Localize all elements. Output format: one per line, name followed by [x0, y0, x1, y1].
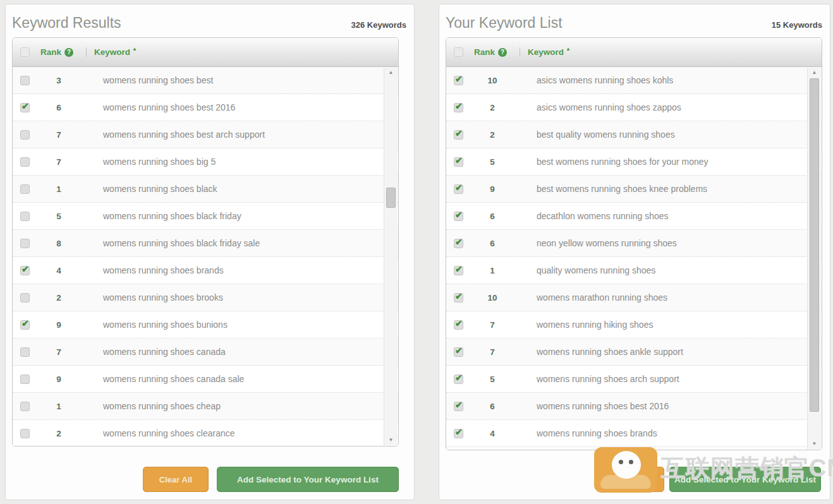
row-checkbox[interactable]: ✔: [454, 239, 463, 248]
keyword-text: womens running hiking shoes: [537, 320, 653, 330]
keyword-text: womens running shoes best 2016: [103, 102, 235, 112]
keyword-text: asics womens running shoes kohls: [537, 75, 673, 85]
row-checkbox[interactable]: [20, 375, 30, 384]
scroll-up-arrow[interactable]: ▲: [384, 68, 398, 78]
row-checkbox[interactable]: ✔: [454, 266, 463, 275]
table-row: ✔ 4 womens running shoes brands: [13, 257, 398, 284]
keyword-text: best womens running shoes knee problems: [537, 184, 707, 194]
row-checkbox[interactable]: ✔: [454, 184, 463, 194]
add-selected-button[interactable]: Add Selected to Your Keyword List: [669, 467, 821, 492]
table-row: 8 womens running shoes black friday sale: [13, 230, 398, 257]
rank-value: 3: [40, 76, 78, 85]
row-checkbox[interactable]: [20, 212, 30, 221]
row-checkbox[interactable]: ✔: [454, 375, 463, 384]
keyword-column-header[interactable]: Keyword ▲: [86, 47, 137, 57]
row-checkbox[interactable]: ✔: [454, 76, 463, 85]
rank-value: 2: [473, 103, 511, 112]
row-checkbox[interactable]: ✔: [20, 320, 30, 330]
row-checkbox[interactable]: ✔: [454, 429, 463, 438]
check-icon: ✔: [455, 237, 463, 247]
help-icon[interactable]: ?: [64, 48, 73, 57]
scroll-down-arrow[interactable]: ▼: [808, 439, 821, 449]
keyword-text: womens running shoes black friday: [103, 211, 241, 221]
keyword-text: womens running shoes big 5: [103, 157, 216, 167]
table-row: ✔ 6 womens running shoes best 2016: [446, 393, 822, 420]
rank-value: 7: [40, 130, 78, 140]
rank-value: 7: [40, 157, 78, 167]
rank-value: 6: [473, 239, 511, 248]
table-header: Rank ? Keyword ▲: [446, 38, 822, 67]
row-checkbox[interactable]: ✔: [454, 402, 463, 411]
keyword-text: best womens running shoes for your money: [537, 157, 708, 167]
row-checkbox[interactable]: [20, 293, 30, 303]
select-all-checkbox[interactable]: [454, 47, 463, 57]
table-row: ✔ 1 quality womens running shoes: [446, 257, 822, 284]
keyword-text: womens running shoes canada: [103, 347, 226, 357]
panel-footer: Clear All Add Selected to Your Keyword L…: [6, 467, 414, 493]
panel-header: Your Keyword List 15 Keywords: [439, 4, 830, 35]
add-selected-button[interactable]: Add Selected to Your Keyword List: [217, 467, 399, 492]
row-checkbox[interactable]: ✔: [454, 157, 463, 167]
scrollbar[interactable]: ▲ ▼: [384, 68, 398, 445]
keyword-text: womens running shoes clearance: [103, 428, 235, 438]
row-checkbox[interactable]: [20, 402, 30, 411]
keyword-text: womens running shoes arch support: [537, 374, 679, 384]
row-checkbox[interactable]: ✔: [454, 293, 463, 303]
scrollbar-thumb[interactable]: [386, 188, 396, 208]
rank-value: 5: [473, 157, 511, 167]
clear-all-button[interactable]: Clear All: [143, 467, 209, 492]
row-checkbox[interactable]: ✔: [454, 320, 463, 330]
row-checkbox[interactable]: [20, 130, 30, 140]
rank-value: 10: [473, 293, 511, 303]
table-row: ✔ 6 decathlon womens running shoes: [446, 203, 822, 230]
scroll-down-arrow[interactable]: ▼: [384, 435, 398, 445]
scrollbar-thumb[interactable]: [810, 78, 819, 412]
panel-footer: Clear All Add Selected to Your Keyword L…: [439, 467, 830, 493]
check-icon: ✔: [455, 128, 463, 138]
row-checkbox[interactable]: [20, 157, 30, 167]
row-checkbox[interactable]: [20, 347, 30, 357]
row-checkbox[interactable]: ✔: [20, 266, 30, 275]
table-row: ✔ 4 womens running shoes brands: [446, 420, 822, 447]
row-checkbox[interactable]: ✔: [454, 347, 463, 357]
row-checkbox[interactable]: ✔: [454, 212, 463, 221]
page-title: Keyword Results: [12, 15, 121, 32]
keyword-text: neon yellow womens running shoes: [537, 238, 677, 248]
your-keyword-list-panel: Your Keyword List 15 Keywords Rank ? Key…: [439, 4, 830, 500]
table-row: 7 womens running shoes big 5: [13, 148, 398, 176]
scroll-up-arrow[interactable]: ▲: [808, 68, 821, 78]
scrollbar[interactable]: ▲ ▼: [807, 68, 821, 449]
keyword-text: womens running shoes brands: [103, 265, 224, 275]
rank-value: 2: [40, 429, 78, 438]
row-checkbox[interactable]: ✔: [20, 103, 30, 112]
help-icon[interactable]: ?: [498, 48, 507, 57]
row-checkbox[interactable]: [20, 184, 30, 194]
sort-asc-icon: ▲: [566, 46, 571, 52]
row-checkbox[interactable]: [20, 239, 30, 248]
table-body: ✔ 10 asics womens running shoes kohls ✔ …: [446, 67, 822, 450]
keyword-column-header[interactable]: Keyword ▲: [520, 47, 571, 57]
row-checkbox[interactable]: [20, 76, 30, 85]
row-checkbox[interactable]: ✔: [454, 103, 463, 112]
keyword-count-badge: 15 Keywords: [772, 20, 822, 32]
row-checkbox[interactable]: [20, 429, 30, 438]
check-icon: ✔: [455, 264, 463, 274]
keyword-text: womens running shoes bunions: [103, 320, 228, 330]
select-all-checkbox[interactable]: [20, 47, 30, 57]
rank-value: 1: [40, 402, 78, 411]
check-icon: ✔: [455, 210, 463, 220]
rank-value: 9: [40, 320, 78, 330]
keyword-text: womens running shoes black: [103, 184, 217, 194]
rank-column-header[interactable]: Rank ?: [474, 47, 507, 57]
clear-all-button[interactable]: Clear All: [600, 467, 664, 492]
rank-column-header[interactable]: Rank ?: [40, 47, 73, 57]
rank-value: 1: [40, 184, 78, 194]
keyword-text: womens running shoes brooks: [103, 292, 223, 303]
check-icon: ✔: [21, 318, 29, 328]
row-checkbox[interactable]: ✔: [454, 130, 463, 140]
table-row: ✔ 5 best womens running shoes for your m…: [446, 148, 822, 176]
table-row: 5 womens running shoes black friday: [13, 203, 398, 230]
keyword-text: womens running shoes best: [103, 75, 213, 85]
table-row: 7 womens running shoes canada: [13, 339, 398, 366]
table-row: ✔ 2 asics womens running shoes zappos: [446, 94, 822, 121]
